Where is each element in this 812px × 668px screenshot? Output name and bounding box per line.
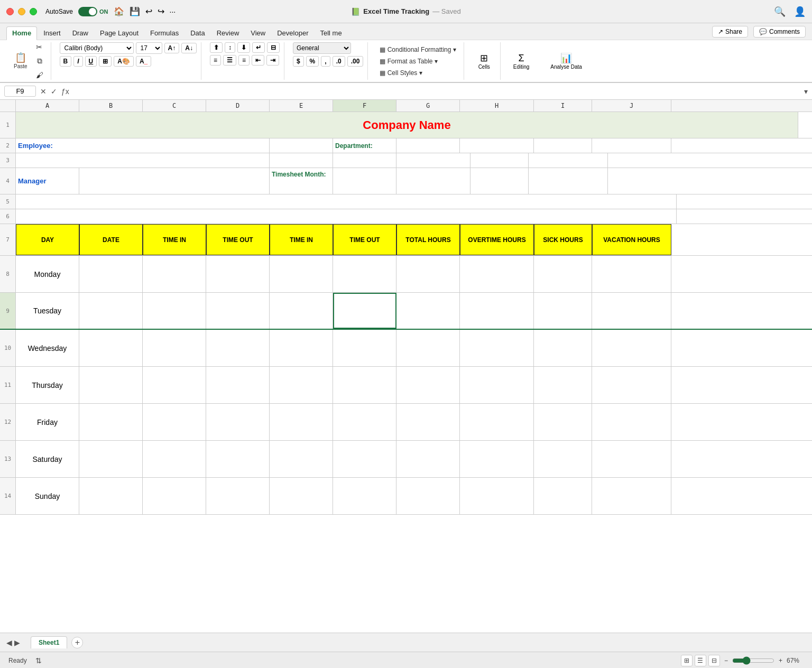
cell-a5[interactable] bbox=[16, 194, 677, 209]
header-total-hours[interactable]: TOTAL HOURS bbox=[396, 224, 460, 255]
menu-data[interactable]: Data bbox=[185, 27, 210, 40]
share-button[interactable]: ↗ Share bbox=[712, 26, 748, 38]
saturday-sick[interactable] bbox=[534, 441, 592, 477]
tuesday-date[interactable] bbox=[79, 293, 143, 329]
monday-time-out-2[interactable] bbox=[333, 256, 396, 292]
col-header-h[interactable]: H bbox=[460, 100, 534, 112]
menu-draw[interactable]: Draw bbox=[67, 27, 94, 40]
border-button[interactable]: ⊞ bbox=[99, 56, 112, 67]
friday-date[interactable] bbox=[79, 404, 143, 440]
decrease-font-button[interactable]: A↓ bbox=[181, 43, 197, 53]
align-left-button[interactable]: ≡ bbox=[210, 55, 221, 66]
header-date[interactable]: DATE bbox=[79, 224, 143, 255]
underline-button[interactable]: U bbox=[85, 56, 97, 67]
align-middle-button[interactable]: ↕ bbox=[225, 42, 235, 53]
manager-label-cell[interactable]: Manager bbox=[16, 168, 79, 194]
cell-i2[interactable] bbox=[534, 138, 592, 153]
monday-date[interactable] bbox=[79, 256, 143, 292]
friday-overtime[interactable] bbox=[460, 404, 534, 440]
cell-h3[interactable] bbox=[396, 153, 470, 168]
indent-increase-button[interactable]: ⇥ bbox=[266, 55, 279, 66]
fill-color-button[interactable]: A🎨 bbox=[114, 56, 134, 67]
friday-sick[interactable] bbox=[534, 404, 592, 440]
saturday-cell[interactable]: Saturday bbox=[16, 441, 79, 477]
cells-insert-button[interactable]: ⊞ Cells bbox=[473, 50, 496, 72]
save-icon[interactable]: 💾 bbox=[130, 6, 140, 16]
thursday-time-out-1[interactable] bbox=[206, 367, 270, 403]
zoom-plus-icon[interactable]: + bbox=[779, 657, 782, 664]
tuesday-time-in-1[interactable] bbox=[143, 293, 206, 329]
insert-function-icon[interactable]: ƒx bbox=[61, 87, 69, 96]
saturday-time-out-1[interactable] bbox=[206, 441, 270, 477]
align-top-button[interactable]: ⬆ bbox=[210, 42, 223, 53]
header-vacation-hours[interactable]: VACATION HOURS bbox=[592, 224, 671, 255]
cancel-formula-icon[interactable]: ✕ bbox=[40, 87, 47, 96]
confirm-formula-icon[interactable]: ✓ bbox=[51, 87, 57, 96]
friday-time-out-1[interactable] bbox=[206, 404, 270, 440]
friday-cell[interactable]: Friday bbox=[16, 404, 79, 440]
tuesday-overtime[interactable] bbox=[460, 293, 534, 329]
cell-g3[interactable] bbox=[333, 153, 396, 168]
cell-j2[interactable] bbox=[592, 138, 671, 153]
cell-reference-input[interactable] bbox=[4, 86, 36, 97]
monday-cell[interactable]: Monday bbox=[16, 256, 79, 292]
monday-time-out-1[interactable] bbox=[206, 256, 270, 292]
cell-i4[interactable] bbox=[470, 168, 529, 194]
analyse-data-button[interactable]: 📊 Analyse Data bbox=[546, 50, 586, 72]
menu-view[interactable]: View bbox=[245, 27, 271, 40]
more-icon[interactable]: ··· bbox=[170, 7, 176, 16]
wednesday-time-in-1[interactable] bbox=[143, 330, 206, 366]
close-button[interactable] bbox=[6, 8, 14, 15]
monday-overtime[interactable] bbox=[460, 256, 534, 292]
align-right-button[interactable]: ≡ bbox=[238, 55, 250, 66]
saturday-date[interactable] bbox=[79, 441, 143, 477]
wednesday-vacation[interactable] bbox=[592, 330, 671, 366]
conditional-formatting-button[interactable]: ▦ Conditional Formatting ▾ bbox=[376, 45, 459, 54]
sunday-time-out-2[interactable] bbox=[333, 478, 396, 514]
cell-j3[interactable] bbox=[529, 153, 608, 168]
wednesday-time-out-1[interactable] bbox=[206, 330, 270, 366]
wednesday-sick[interactable] bbox=[534, 330, 592, 366]
monday-total[interactable] bbox=[396, 256, 460, 292]
header-day[interactable]: DAY bbox=[16, 224, 79, 255]
timesheet-month-label-cell[interactable]: Timesheet Month: bbox=[270, 168, 333, 194]
header-sick-hours[interactable]: SICK HOURS bbox=[534, 224, 592, 255]
header-overtime-hours[interactable]: OVERTIME HOURS bbox=[460, 224, 534, 255]
page-layout-view-button[interactable]: ☰ bbox=[695, 655, 706, 666]
increase-decimal-button[interactable]: .00 bbox=[347, 56, 364, 67]
page-break-view-button[interactable]: ⊟ bbox=[708, 655, 720, 666]
cell-h2[interactable] bbox=[460, 138, 534, 153]
decrease-decimal-button[interactable]: .0 bbox=[333, 56, 345, 67]
col-header-a[interactable]: A bbox=[16, 100, 79, 112]
scroll-left-icon[interactable]: ◀ bbox=[6, 638, 12, 647]
manager-value-cell[interactable] bbox=[79, 168, 270, 194]
timesheet-month-value-cell[interactable] bbox=[333, 168, 396, 194]
cell-f3[interactable] bbox=[270, 153, 333, 168]
sunday-cell[interactable]: Sunday bbox=[16, 478, 79, 514]
undo-icon[interactable]: ↩ bbox=[145, 6, 152, 16]
home-icon[interactable]: 🏠 bbox=[114, 6, 124, 16]
cut-button[interactable]: ✂ bbox=[33, 41, 47, 53]
cell-j4[interactable] bbox=[529, 168, 608, 194]
number-format-select[interactable]: General bbox=[293, 42, 351, 54]
copy-button[interactable]: ⧉ bbox=[33, 54, 47, 68]
col-header-i[interactable]: I bbox=[534, 100, 592, 112]
thursday-vacation[interactable] bbox=[592, 367, 671, 403]
percent-button[interactable]: % bbox=[306, 56, 319, 67]
increase-font-button[interactable]: A↑ bbox=[164, 43, 180, 53]
col-header-f[interactable]: F bbox=[333, 100, 396, 112]
monday-time-in-1[interactable] bbox=[143, 256, 206, 292]
sunday-time-out-1[interactable] bbox=[206, 478, 270, 514]
cell-a3[interactable] bbox=[16, 153, 270, 168]
tuesday-time-out-1[interactable] bbox=[206, 293, 270, 329]
saturday-time-out-2[interactable] bbox=[333, 441, 396, 477]
monday-vacation[interactable] bbox=[592, 256, 671, 292]
thursday-cell[interactable]: Thursday bbox=[16, 367, 79, 403]
wrap-text-button[interactable]: ↵ bbox=[252, 42, 265, 53]
thursday-time-out-2[interactable] bbox=[333, 367, 396, 403]
comments-button[interactable]: 💬 Comments bbox=[753, 26, 806, 38]
monday-time-in-2[interactable] bbox=[270, 256, 333, 292]
col-header-d[interactable]: D bbox=[206, 100, 270, 112]
tuesday-time-in-2[interactable] bbox=[270, 293, 333, 329]
department-label-cell[interactable]: Department: bbox=[333, 138, 396, 153]
